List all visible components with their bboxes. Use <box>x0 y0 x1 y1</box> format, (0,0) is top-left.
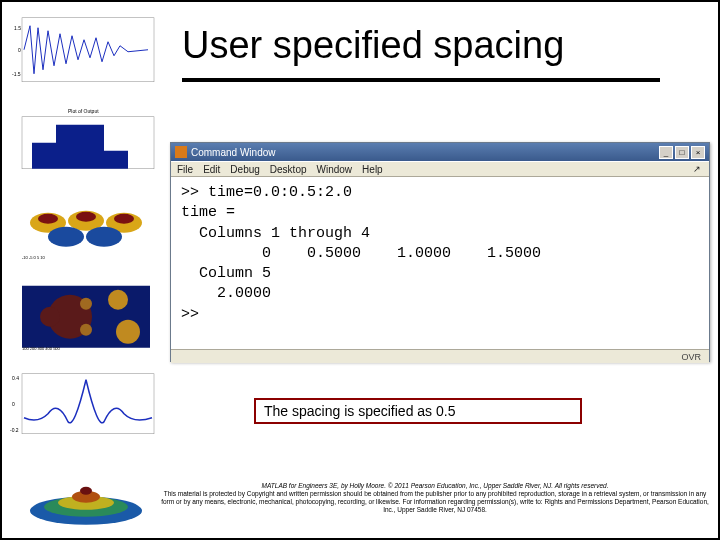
caption-text: The spacing is specified as 0.5 <box>264 403 455 419</box>
svg-rect-9 <box>104 150 128 168</box>
svg-point-15 <box>76 212 96 222</box>
svg-point-36 <box>80 486 92 494</box>
command-window-body[interactable]: >> time=0.0:0.5:2.0 time = Columns 1 thr… <box>171 177 709 349</box>
svg-text:1.5: 1.5 <box>14 25 21 31</box>
svg-point-17 <box>48 227 84 247</box>
svg-text:0: 0 <box>12 401 15 407</box>
console-line: time = <box>181 203 699 223</box>
slide-frame: 1.5 0 -1.5 Plot of Output <box>0 0 720 540</box>
menu-desktop[interactable]: Desktop <box>270 164 307 175</box>
command-window-titlebar: Command Window _ □ × <box>171 143 709 161</box>
svg-text:0.4: 0.4 <box>12 375 19 381</box>
thumb-noisy-signal: 1.5 0 -1.5 <box>8 8 163 94</box>
svg-point-24 <box>80 323 92 335</box>
svg-text:-10   -5    0    5   10: -10 -5 0 5 10 <box>22 255 45 260</box>
minimize-button[interactable]: _ <box>659 146 673 159</box>
status-ovr: OVR <box>681 352 701 362</box>
console-line: 0 0.5000 1.0000 1.5000 <box>181 244 699 264</box>
thumb-3d-surface: -10 -5 0 5 10 <box>8 185 163 271</box>
menu-help[interactable]: Help <box>362 164 383 175</box>
console-line: 2.0000 <box>181 284 699 304</box>
menu-window[interactable]: Window <box>317 164 353 175</box>
footer-line2: This material is protected by Copyright … <box>157 490 713 514</box>
footer: MATLAB for Engineers 3E, by Holly Moore.… <box>157 482 713 515</box>
close-button[interactable]: × <box>691 146 705 159</box>
svg-point-25 <box>108 289 128 309</box>
caption-box: The spacing is specified as 0.5 <box>254 398 582 424</box>
title-underline <box>182 78 660 82</box>
matlab-icon <box>175 146 187 158</box>
svg-rect-6 <box>32 142 56 168</box>
svg-text:0: 0 <box>18 47 21 53</box>
svg-point-14 <box>38 214 58 224</box>
menu-debug[interactable]: Debug <box>230 164 259 175</box>
svg-rect-8 <box>80 124 104 168</box>
command-window-menubar: File Edit Debug Desktop Window Help ↗ <box>171 161 709 177</box>
svg-point-23 <box>80 297 92 309</box>
menu-edit[interactable]: Edit <box>203 164 220 175</box>
console-line: >> <box>181 305 699 325</box>
svg-rect-28 <box>22 374 154 434</box>
svg-point-22 <box>40 306 60 326</box>
footer-line1: MATLAB for Engineers 3E, by Holly Moore.… <box>157 482 713 490</box>
slide-title: User specified spacing <box>182 24 564 67</box>
svg-rect-7 <box>56 124 80 168</box>
svg-text:-1.5: -1.5 <box>12 71 21 77</box>
thumb-bar-chart: Plot of Output <box>8 97 163 183</box>
svg-point-26 <box>116 319 140 343</box>
thumb-sinc: 0.4 0 -0.2 <box>8 362 163 448</box>
console-line: >> time=0.0:0.5:2.0 <box>181 183 699 203</box>
command-window-statusbar: OVR <box>171 349 709 363</box>
undock-icon[interactable]: ↗ <box>691 163 703 175</box>
command-window-title: Command Window <box>191 147 275 158</box>
thumbnail-sidebar: 1.5 0 -1.5 Plot of Output <box>8 8 163 536</box>
command-window: Command Window _ □ × File Edit Debug Des… <box>170 142 710 362</box>
thumb-mandelbrot: 100 200 300 400 500 <box>8 274 163 360</box>
svg-point-18 <box>86 227 122 247</box>
console-line: Columns 1 through 4 <box>181 224 699 244</box>
thumb-3d-peak <box>8 451 163 537</box>
svg-point-16 <box>114 214 134 224</box>
svg-text:Plot of Output: Plot of Output <box>68 107 99 113</box>
svg-text:100  200  300  400  500: 100 200 300 400 500 <box>22 345 61 350</box>
svg-rect-0 <box>22 18 154 82</box>
maximize-button[interactable]: □ <box>675 146 689 159</box>
menu-file[interactable]: File <box>177 164 193 175</box>
svg-text:-0.2: -0.2 <box>10 427 19 433</box>
console-line: Column 5 <box>181 264 699 284</box>
